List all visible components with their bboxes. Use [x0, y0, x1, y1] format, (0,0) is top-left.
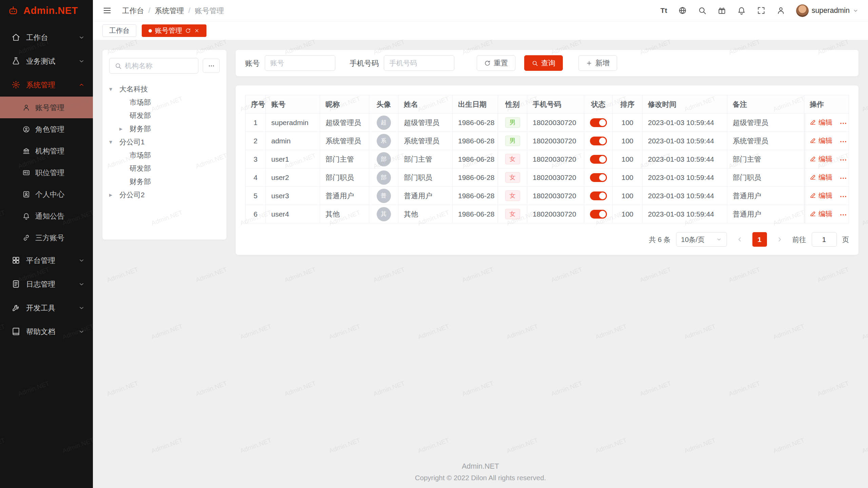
reset-button[interactable]: 重置	[477, 55, 515, 71]
cell-birthdate: 1986-06-28	[453, 205, 498, 223]
status-toggle[interactable]	[590, 137, 607, 145]
sidebar-item-platform[interactable]: 平台管理	[0, 248, 93, 272]
tree-node[interactable]: 市场部	[109, 96, 220, 109]
sidebar-subitem-org[interactable]: 机构管理	[0, 140, 93, 162]
gender-badge: 女	[505, 172, 520, 183]
gender-badge: 男	[505, 117, 520, 128]
sidebar-subitem-role[interactable]: 角色管理	[0, 118, 93, 140]
cell-sort: 100	[613, 205, 643, 223]
breadcrumb-item[interactable]: 工作台	[122, 6, 144, 16]
edit-button[interactable]: 编辑	[810, 191, 832, 200]
user-icon[interactable]	[776, 6, 785, 15]
account-field[interactable]	[265, 55, 335, 71]
theme-icon[interactable]	[717, 6, 726, 15]
tree-node[interactable]: 财务部	[109, 175, 220, 188]
tree-more-button[interactable]	[203, 59, 220, 73]
edit-button-label: 编辑	[818, 154, 832, 164]
active-tab-dot	[149, 29, 152, 33]
column-header: 头像	[369, 95, 398, 114]
sidebar-item-business-test[interactable]: 业务测试	[0, 49, 93, 73]
tree-node[interactable]: ▸财务部	[109, 122, 220, 135]
tree-node[interactable]: 研发部	[109, 162, 220, 175]
phone-input[interactable]	[389, 59, 449, 67]
sidebar-item-system[interactable]: 系统管理	[0, 73, 93, 97]
sidebar-subitem-position[interactable]: 职位管理	[0, 162, 93, 183]
cell-avatar: 系	[369, 132, 398, 150]
sidebar-item-devtools[interactable]: 开发工具	[0, 296, 93, 320]
breadcrumb-item[interactable]: 系统管理	[155, 6, 184, 16]
footer-copyright: Copyright © 2022 Dilon All rights reserv…	[93, 474, 868, 482]
ellipsis-icon	[208, 62, 215, 69]
edit-button[interactable]: 编辑	[810, 118, 832, 127]
edit-button[interactable]: 编辑	[810, 136, 832, 145]
row-more-button[interactable]	[839, 138, 847, 146]
prev-page-button[interactable]	[732, 232, 747, 247]
page-number-current[interactable]: 1	[752, 232, 767, 247]
row-more-button[interactable]	[839, 119, 847, 127]
status-toggle[interactable]	[590, 118, 607, 127]
sidebar-subitem-account[interactable]: 账号管理	[0, 97, 93, 118]
account-input[interactable]	[270, 59, 330, 67]
cell-index: 3	[245, 150, 266, 168]
search-button[interactable]: 查询	[524, 55, 563, 71]
cell-modified-time: 2023-01-03 10:59:44	[643, 150, 727, 168]
org-search-input[interactable]	[125, 62, 193, 70]
row-more-button[interactable]	[839, 192, 847, 201]
table-header-row: 序号账号昵称头像姓名出生日期性别手机号码状态排序修改时间备注操作	[245, 95, 849, 114]
sidebar-item-workbench[interactable]: 工作台	[0, 25, 93, 49]
table-row: 5user3普通用户普普通用户1986-06-28女18020030720100…	[245, 187, 849, 205]
user-menu[interactable]: superadmin	[796, 4, 859, 17]
tree-node[interactable]: ▾分公司1	[109, 135, 220, 148]
tab-close-icon[interactable]	[194, 28, 200, 34]
edit-button[interactable]: 编辑	[810, 172, 832, 182]
menu-collapse-icon[interactable]	[102, 6, 112, 15]
tree-caret-icon[interactable]: ▾	[109, 85, 119, 93]
row-more-button[interactable]	[839, 211, 847, 219]
chevron-down-icon	[78, 34, 85, 41]
edit-button[interactable]: 编辑	[810, 154, 832, 164]
next-page-button[interactable]	[772, 232, 787, 247]
status-toggle[interactable]	[590, 155, 607, 164]
goto-page-input[interactable]	[812, 232, 837, 247]
edit-button-label: 编辑	[818, 172, 832, 182]
cell-account: admin	[266, 132, 320, 150]
tree-caret-icon[interactable]: ▸	[109, 191, 119, 199]
cell-index: 5	[245, 187, 266, 205]
search-icon[interactable]	[698, 6, 707, 15]
tree-node[interactable]: ▸分公司2	[109, 188, 220, 201]
status-toggle[interactable]	[590, 173, 607, 182]
language-icon[interactable]	[678, 6, 687, 15]
tree-node[interactable]: 研发部	[109, 109, 220, 122]
tree-node[interactable]: ▾大名科技	[109, 82, 220, 96]
status-toggle[interactable]	[590, 210, 607, 219]
cell-sort: 100	[613, 132, 643, 150]
sidebar-item-help[interactable]: 帮助文档	[0, 320, 93, 343]
tab-account-management[interactable]: 账号管理	[142, 24, 206, 37]
flask-icon	[12, 57, 20, 65]
font-size-icon[interactable]: Tt	[660, 6, 667, 15]
cell-account: user1	[266, 150, 320, 168]
cell-index: 4	[245, 168, 266, 187]
edit-button[interactable]: 编辑	[810, 209, 832, 219]
tab-refresh-icon[interactable]	[185, 28, 191, 34]
org-search-field[interactable]	[109, 58, 198, 74]
row-more-button[interactable]	[839, 174, 847, 182]
tree-node[interactable]: 市场部	[109, 148, 220, 162]
row-more-button[interactable]	[839, 156, 847, 164]
sidebar-subitem-notice[interactable]: 通知公告	[0, 205, 93, 227]
page-size-select[interactable]: 10条/页	[676, 232, 727, 247]
tree-caret-icon[interactable]: ▾	[109, 138, 119, 146]
tree-caret-icon[interactable]: ▸	[119, 125, 130, 133]
phone-field[interactable]	[384, 55, 454, 71]
notification-bell-icon[interactable]	[737, 6, 746, 15]
add-button[interactable]: 新增	[578, 55, 617, 71]
search-icon	[532, 60, 538, 66]
sidebar-item-logs[interactable]: 日志管理	[0, 272, 93, 296]
status-toggle[interactable]	[590, 191, 607, 200]
cell-remark: 系统管理员	[727, 132, 804, 150]
cell-phone: 18020030720	[527, 168, 584, 187]
tab-workbench[interactable]: 工作台	[102, 24, 136, 37]
fullscreen-icon[interactable]	[757, 6, 766, 15]
sidebar-subitem-thirdparty[interactable]: 三方账号	[0, 227, 93, 248]
sidebar-subitem-profile[interactable]: 个人中心	[0, 183, 93, 205]
